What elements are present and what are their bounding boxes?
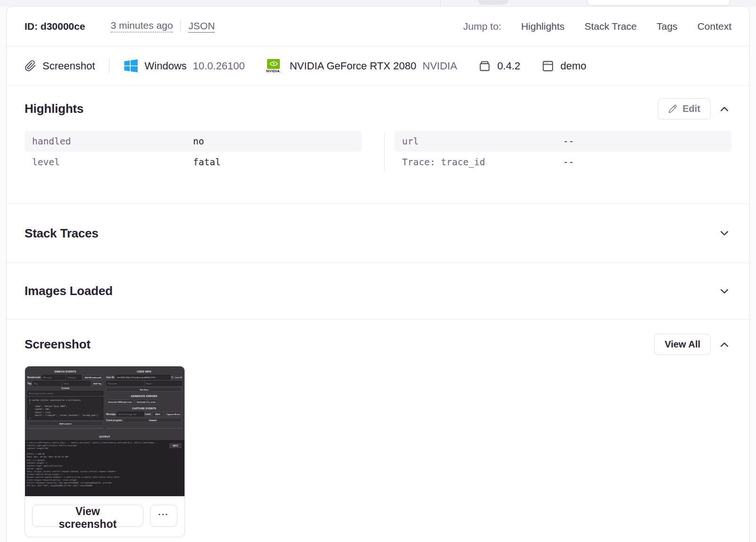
thumb-user-id-label: User ID: bbox=[106, 376, 115, 379]
gpu-name: NVIDIA GeForce RTX 2080 bbox=[290, 60, 417, 72]
screenshot-thumbnail[interactable]: ENRICH EVENTS Breadcrumb: Message Catego… bbox=[25, 366, 185, 496]
thumb-context-label: Context bbox=[61, 387, 69, 390]
highlights-right-column: url -- Trace: trace_id -- bbox=[395, 131, 731, 172]
stack-traces-section: Stack Traces bbox=[7, 204, 749, 263]
event-time-link[interactable]: 3 minutes ago bbox=[110, 20, 173, 33]
highlight-key: Trace: trace_id bbox=[402, 157, 563, 168]
stack-traces-expand-button[interactable] bbox=[717, 226, 731, 240]
json-link[interactable]: JSON bbox=[188, 20, 215, 33]
thumb-output-title: OUTPUT bbox=[25, 435, 185, 438]
screenshot-tag[interactable]: Screenshot bbox=[25, 60, 95, 72]
highlight-row-level: level fatal bbox=[25, 152, 361, 172]
event-header: ID: d30000ce 3 minutes ago JSON Jump to:… bbox=[7, 7, 749, 46]
highlights-grid: handled no level fatal url -- Trace: tra… bbox=[25, 131, 731, 172]
event-id: ID: d30000ce bbox=[25, 21, 85, 32]
thumb-message-text-input: Enter message text bbox=[117, 412, 144, 416]
header-separator bbox=[180, 21, 181, 32]
thumb-user-id-input: a9c35f9f-290b-471d-dbcb-3ad896821733 bbox=[116, 375, 170, 380]
screenshot-collapse-button[interactable] bbox=[717, 338, 731, 352]
os-name: Windows bbox=[144, 60, 186, 72]
thumb-crash-label: Crash program: bbox=[106, 419, 122, 422]
highlights-section: Highlights Edit handled no level f bbox=[7, 86, 749, 203]
edit-button-label: Edit bbox=[682, 103, 700, 114]
highlights-left-column: handled no level fatal bbox=[25, 131, 361, 172]
nvidia-wordmark: NVIDIA. bbox=[266, 69, 281, 73]
screenshot-card: ENRICH EVENTS Breadcrumb: Message Catego… bbox=[25, 366, 185, 537]
chevron-down-icon bbox=[719, 286, 730, 296]
highlight-value: -- bbox=[563, 136, 574, 147]
thumb-add-context-button: Add context bbox=[27, 421, 103, 426]
stack-traces-title: Stack Traces bbox=[25, 226, 99, 241]
thumb-user-info-panel: USER INFO User ID: a9c35f9f-290b-471d-db… bbox=[106, 369, 182, 429]
screenshot-actions: View screenshot ··· bbox=[25, 496, 185, 537]
thumb-message-input: Message bbox=[42, 375, 66, 380]
jump-link-stack-trace[interactable]: Stack Trace bbox=[584, 21, 637, 32]
highlight-value: no bbox=[193, 136, 204, 147]
thumb-gen-cpp-button: Generate C++ error bbox=[135, 399, 158, 404]
highlight-key: level bbox=[32, 157, 193, 168]
release-version: 0.4.2 bbox=[497, 60, 521, 72]
release-info: 0.4.2 bbox=[478, 59, 521, 73]
paperclip-icon bbox=[25, 60, 36, 72]
images-loaded-expand-button[interactable] bbox=[717, 284, 731, 298]
edit-highlights-button[interactable]: Edit bbox=[658, 98, 711, 119]
highlight-value: -- bbox=[563, 157, 574, 168]
screenshot-tag-label: Screenshot bbox=[42, 60, 95, 72]
thumb-add-breadcrumb-button: Add Breadcrumb bbox=[83, 375, 103, 380]
archive-box-icon bbox=[478, 59, 491, 73]
screenshot-more-button[interactable]: ··· bbox=[150, 505, 178, 527]
thumb-username-input: Username bbox=[106, 381, 144, 386]
thumb-message-label: Message: bbox=[106, 413, 116, 415]
chevron-up-icon bbox=[719, 339, 730, 350]
thumb-enrich-panel: ENRICH EVENTS Breadcrumb: Message Catego… bbox=[27, 369, 103, 429]
gpu-info: NVIDIA. NVIDIA GeForce RTX 2080 NVIDIA bbox=[264, 59, 457, 73]
thumb-tag-label: Tag: bbox=[27, 382, 32, 385]
thumb-capture-event-button: Capture Event bbox=[164, 412, 182, 416]
thumb-generate-errors-title: GENERATE ERRORS bbox=[106, 395, 182, 398]
thumb-capture-events-title: CAPTURE EVENTS bbox=[106, 407, 182, 410]
thumb-gen-gdscript-button: Generate GDScript error bbox=[106, 399, 134, 404]
highlights-collapse-button[interactable] bbox=[717, 102, 731, 116]
thumb-app-panels: ENRICH EVENTS Breadcrumb: Message Catego… bbox=[27, 369, 182, 429]
nvidia-logo-icon: NVIDIA. bbox=[264, 59, 284, 73]
images-loaded-title: Images Loaded bbox=[25, 284, 113, 298]
environment-name: demo bbox=[561, 60, 587, 72]
jump-link-tags[interactable]: Tags bbox=[656, 21, 677, 32]
partial-pill-button bbox=[478, 0, 508, 5]
partial-divider bbox=[440, 0, 441, 6]
jump-link-highlights[interactable]: Highlights bbox=[521, 21, 564, 32]
app-window-icon bbox=[541, 59, 554, 73]
event-context-bar: Screenshot Windows 10.0.26100 NVIDIA. NV… bbox=[7, 46, 749, 86]
os-version: 10.0.26100 bbox=[193, 60, 245, 72]
images-loaded-section: Images Loaded bbox=[7, 263, 749, 319]
os-info: Windows 10.0.26100 bbox=[124, 59, 244, 73]
view-screenshot-button[interactable]: View screenshot bbox=[32, 505, 143, 527]
highlight-key: url bbox=[402, 136, 563, 147]
thumb-crash-button: CRASH! bbox=[123, 418, 182, 423]
thumb-set-user-button: Set User bbox=[106, 387, 182, 392]
highlights-title: Highlights bbox=[25, 102, 84, 116]
thumb-level-label: Level: bbox=[145, 413, 151, 415]
environment-info: demo bbox=[541, 59, 587, 73]
thumb-category-input: Category bbox=[66, 375, 82, 380]
jump-link-context[interactable]: Context bbox=[697, 21, 731, 32]
highlight-key: handled bbox=[32, 136, 193, 147]
thumb-context-name-input: Enter name for the context bbox=[27, 391, 103, 396]
screenshot-title: Screenshot bbox=[25, 337, 91, 352]
thumb-add-tag-button: Add Tag bbox=[92, 381, 103, 386]
jump-to-nav: Jump to: Highlights Stack Trace Tags Con… bbox=[463, 21, 731, 32]
highlight-row-handled: handled no bbox=[25, 131, 361, 152]
thumb-infer-ip-label: Infer IP bbox=[175, 376, 182, 379]
event-details-card: ID: d30000ce 3 minutes ago JSON Jump to:… bbox=[6, 6, 750, 542]
thumb-level-select: INFO bbox=[152, 412, 163, 416]
partial-search-box bbox=[587, 0, 731, 6]
highlight-value: fatal bbox=[193, 157, 221, 168]
highlight-row-trace-id: Trace: trace_id -- bbox=[395, 152, 731, 172]
view-all-button[interactable]: View All bbox=[654, 334, 711, 355]
windows-logo-icon bbox=[124, 59, 138, 73]
context-separator bbox=[109, 59, 109, 73]
thumb-context-code: # custom context expressed as a dictiona… bbox=[27, 397, 103, 420]
thumb-breadcrumb-label: Breadcrumb: bbox=[27, 376, 41, 379]
thumb-output-console: x-sentry-auth:Sentry sentry_key=..., sen… bbox=[25, 440, 185, 496]
gpu-vendor: NVIDIA bbox=[422, 60, 457, 72]
